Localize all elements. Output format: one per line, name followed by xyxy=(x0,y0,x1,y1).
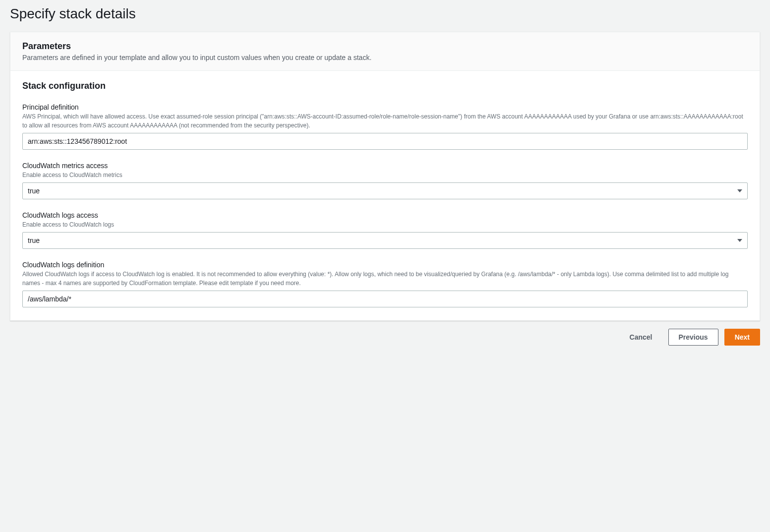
principal-definition-input[interactable] xyxy=(22,133,748,150)
cloudwatch-logs-definition-group: CloudWatch logs definition Allowed Cloud… xyxy=(22,261,748,307)
page-title: Specify stack details xyxy=(10,0,760,32)
previous-button[interactable]: Previous xyxy=(668,329,718,346)
caret-down-icon xyxy=(737,239,742,242)
cloudwatch-metrics-access-description: Enable access to CloudWatch metrics xyxy=(22,171,748,179)
principal-definition-group: Principal definition AWS Principal, whic… xyxy=(22,103,748,150)
stack-configuration-section: Stack configuration Principal definition… xyxy=(10,71,760,320)
parameters-description: Parameters are defined in your template … xyxy=(22,54,748,61)
cloudwatch-logs-access-group: CloudWatch logs access Enable access to … xyxy=(22,211,748,249)
cloudwatch-metrics-access-select[interactable]: true xyxy=(22,182,748,199)
caret-down-icon xyxy=(737,189,742,192)
cloudwatch-logs-access-description: Enable access to CloudWatch logs xyxy=(22,220,748,229)
principal-definition-label: Principal definition xyxy=(22,103,748,111)
cloudwatch-logs-definition-description: Allowed CloudWatch logs if access to Clo… xyxy=(22,270,748,288)
parameters-heading: Parameters xyxy=(22,41,748,52)
next-button[interactable]: Next xyxy=(724,329,760,346)
cloudwatch-metrics-access-label: CloudWatch metrics access xyxy=(22,162,748,170)
parameters-header: Parameters Parameters are defined in you… xyxy=(10,32,760,71)
cancel-button[interactable]: Cancel xyxy=(620,329,662,346)
parameters-panel: Parameters Parameters are defined in you… xyxy=(10,32,760,321)
cloudwatch-logs-access-value: true xyxy=(28,236,40,245)
cloudwatch-logs-definition-label: CloudWatch logs definition xyxy=(22,261,748,269)
cloudwatch-metrics-access-group: CloudWatch metrics access Enable access … xyxy=(22,162,748,199)
cloudwatch-logs-access-select[interactable]: true xyxy=(22,232,748,249)
cloudwatch-metrics-access-value: true xyxy=(28,186,40,196)
stack-configuration-heading: Stack configuration xyxy=(22,81,748,91)
cloudwatch-logs-access-label: CloudWatch logs access xyxy=(22,211,748,219)
principal-definition-description: AWS Principal, which will have allowed a… xyxy=(22,112,748,130)
footer-actions: Cancel Previous Next xyxy=(10,321,760,346)
cloudwatch-logs-definition-input[interactable] xyxy=(22,291,748,307)
